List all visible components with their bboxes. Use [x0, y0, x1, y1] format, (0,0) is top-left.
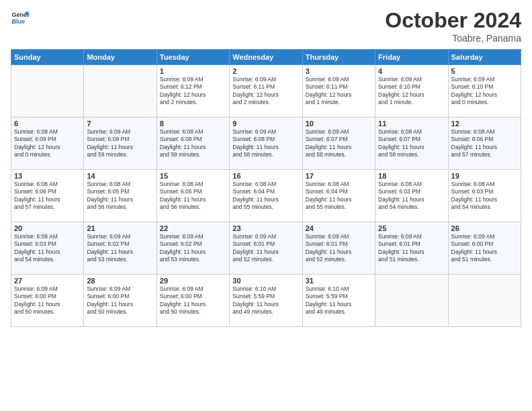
day-number: 8	[160, 120, 226, 128]
day-info: Sunrise: 6:08 AM Sunset: 6:03 PM Dayligh…	[451, 181, 518, 212]
day-number: 16	[232, 172, 299, 180]
day-info: Sunrise: 6:08 AM Sunset: 6:06 PM Dayligh…	[451, 128, 518, 159]
calendar-cell: 19Sunrise: 6:08 AM Sunset: 6:03 PM Dayli…	[448, 170, 521, 222]
day-info: Sunrise: 6:09 AM Sunset: 6:08 PM Dayligh…	[160, 128, 226, 159]
calendar-table: Sunday Monday Tuesday Wednesday Thursday…	[11, 49, 521, 327]
day-number: 6	[14, 120, 81, 128]
day-number: 15	[160, 172, 226, 180]
day-number: 26	[451, 224, 518, 232]
calendar-week-2: 13Sunrise: 6:08 AM Sunset: 6:06 PM Dayli…	[11, 170, 521, 222]
day-number: 13	[14, 172, 81, 180]
day-info: Sunrise: 6:09 AM Sunset: 6:11 PM Dayligh…	[306, 76, 372, 107]
month-title: October 2024	[385, 8, 521, 33]
day-info: Sunrise: 6:08 AM Sunset: 6:06 PM Dayligh…	[14, 181, 81, 212]
calendar-week-3: 20Sunrise: 6:09 AM Sunset: 6:03 PM Dayli…	[11, 222, 521, 275]
calendar-week-4: 27Sunrise: 6:09 AM Sunset: 6:00 PM Dayli…	[11, 275, 521, 327]
calendar-cell	[11, 65, 84, 118]
calendar-cell: 26Sunrise: 6:09 AM Sunset: 6:00 PM Dayli…	[448, 222, 521, 275]
logo: General Blue	[11, 8, 30, 27]
day-number: 2	[232, 67, 299, 75]
calendar-cell: 24Sunrise: 6:09 AM Sunset: 6:01 PM Dayli…	[302, 222, 375, 275]
day-info: Sunrise: 6:08 AM Sunset: 6:04 PM Dayligh…	[306, 181, 372, 212]
calendar-cell: 21Sunrise: 6:09 AM Sunset: 6:02 PM Dayli…	[84, 222, 157, 275]
day-number: 11	[378, 120, 445, 128]
day-info: Sunrise: 6:09 AM Sunset: 6:00 PM Dayligh…	[451, 233, 518, 264]
calendar-cell: 12Sunrise: 6:08 AM Sunset: 6:06 PM Dayli…	[448, 118, 521, 170]
calendar-page: General Blue October 2024 Toabre, Panama…	[0, 0, 532, 411]
calendar-cell: 29Sunrise: 6:09 AM Sunset: 6:00 PM Dayli…	[157, 275, 229, 327]
header: General Blue October 2024 Toabre, Panama	[11, 8, 521, 44]
calendar-cell: 15Sunrise: 6:08 AM Sunset: 6:05 PM Dayli…	[157, 170, 229, 222]
day-info: Sunrise: 6:09 AM Sunset: 6:02 PM Dayligh…	[87, 233, 153, 264]
day-info: Sunrise: 6:09 AM Sunset: 6:09 PM Dayligh…	[14, 128, 81, 159]
day-number: 29	[160, 277, 226, 285]
title-section: October 2024 Toabre, Panama	[385, 8, 521, 44]
calendar-week-1: 6Sunrise: 6:09 AM Sunset: 6:09 PM Daylig…	[11, 118, 521, 170]
calendar-cell: 27Sunrise: 6:09 AM Sunset: 6:00 PM Dayli…	[11, 275, 84, 327]
day-number: 14	[87, 172, 153, 180]
calendar-cell: 11Sunrise: 6:08 AM Sunset: 6:07 PM Dayli…	[375, 118, 448, 170]
day-info: Sunrise: 6:09 AM Sunset: 6:08 PM Dayligh…	[232, 128, 299, 159]
day-info: Sunrise: 6:09 AM Sunset: 6:00 PM Dayligh…	[87, 285, 153, 316]
col-friday: Friday	[375, 50, 448, 65]
calendar-cell	[375, 275, 448, 327]
day-info: Sunrise: 6:08 AM Sunset: 6:07 PM Dayligh…	[378, 128, 445, 159]
calendar-cell: 23Sunrise: 6:09 AM Sunset: 6:01 PM Dayli…	[230, 222, 302, 275]
calendar-cell: 31Sunrise: 6:10 AM Sunset: 5:59 PM Dayli…	[302, 275, 375, 327]
day-info: Sunrise: 6:09 AM Sunset: 6:09 PM Dayligh…	[87, 128, 153, 159]
day-info: Sunrise: 6:10 AM Sunset: 5:59 PM Dayligh…	[306, 285, 372, 316]
calendar-cell: 18Sunrise: 6:08 AM Sunset: 6:03 PM Dayli…	[375, 170, 448, 222]
day-info: Sunrise: 6:09 AM Sunset: 6:10 PM Dayligh…	[378, 76, 445, 107]
day-info: Sunrise: 6:09 AM Sunset: 6:00 PM Dayligh…	[14, 285, 81, 316]
day-info: Sunrise: 6:08 AM Sunset: 6:05 PM Dayligh…	[87, 181, 153, 212]
col-saturday: Saturday	[448, 50, 521, 65]
col-thursday: Thursday	[302, 50, 375, 65]
day-info: Sunrise: 6:09 AM Sunset: 6:07 PM Dayligh…	[306, 128, 372, 159]
day-info: Sunrise: 6:09 AM Sunset: 6:03 PM Dayligh…	[14, 233, 81, 264]
calendar-cell	[448, 275, 521, 327]
day-number: 10	[306, 120, 372, 128]
calendar-cell: 16Sunrise: 6:08 AM Sunset: 6:04 PM Dayli…	[230, 170, 302, 222]
calendar-cell: 28Sunrise: 6:09 AM Sunset: 6:00 PM Dayli…	[84, 275, 157, 327]
calendar-cell: 10Sunrise: 6:09 AM Sunset: 6:07 PM Dayli…	[302, 118, 375, 170]
calendar-cell: 13Sunrise: 6:08 AM Sunset: 6:06 PM Dayli…	[11, 170, 84, 222]
col-wednesday: Wednesday	[230, 50, 302, 65]
calendar-cell: 30Sunrise: 6:10 AM Sunset: 5:59 PM Dayli…	[230, 275, 302, 327]
day-number: 1	[160, 67, 226, 75]
day-number: 23	[232, 224, 299, 232]
calendar-cell: 4Sunrise: 6:09 AM Sunset: 6:10 PM Daylig…	[375, 65, 448, 118]
day-number: 25	[378, 224, 445, 232]
day-info: Sunrise: 6:08 AM Sunset: 6:03 PM Dayligh…	[378, 181, 445, 212]
calendar-cell: 2Sunrise: 6:09 AM Sunset: 6:11 PM Daylig…	[230, 65, 302, 118]
day-number: 20	[14, 224, 81, 232]
day-info: Sunrise: 6:09 AM Sunset: 6:02 PM Dayligh…	[160, 233, 226, 264]
calendar-cell: 6Sunrise: 6:09 AM Sunset: 6:09 PM Daylig…	[11, 118, 84, 170]
day-number: 12	[451, 120, 518, 128]
day-number: 9	[232, 120, 299, 128]
calendar-cell: 7Sunrise: 6:09 AM Sunset: 6:09 PM Daylig…	[84, 118, 157, 170]
day-number: 4	[378, 67, 445, 75]
day-info: Sunrise: 6:09 AM Sunset: 6:10 PM Dayligh…	[451, 76, 518, 107]
calendar-cell: 9Sunrise: 6:09 AM Sunset: 6:08 PM Daylig…	[230, 118, 302, 170]
day-number: 31	[306, 277, 372, 285]
calendar-cell	[84, 65, 157, 118]
col-tuesday: Tuesday	[157, 50, 229, 65]
col-sunday: Sunday	[11, 50, 84, 65]
calendar-cell: 1Sunrise: 6:09 AM Sunset: 6:12 PM Daylig…	[157, 65, 229, 118]
day-number: 7	[87, 120, 153, 128]
day-number: 24	[306, 224, 372, 232]
calendar-cell: 17Sunrise: 6:08 AM Sunset: 6:04 PM Dayli…	[302, 170, 375, 222]
calendar-cell: 25Sunrise: 6:09 AM Sunset: 6:01 PM Dayli…	[375, 222, 448, 275]
day-number: 5	[451, 67, 518, 75]
calendar-cell: 20Sunrise: 6:09 AM Sunset: 6:03 PM Dayli…	[11, 222, 84, 275]
logo-icon: General Blue	[11, 8, 30, 27]
calendar-cell: 5Sunrise: 6:09 AM Sunset: 6:10 PM Daylig…	[448, 65, 521, 118]
day-info: Sunrise: 6:09 AM Sunset: 6:01 PM Dayligh…	[378, 233, 445, 264]
calendar-cell: 22Sunrise: 6:09 AM Sunset: 6:02 PM Dayli…	[157, 222, 229, 275]
day-number: 17	[306, 172, 372, 180]
day-number: 22	[160, 224, 226, 232]
svg-text:Blue: Blue	[11, 18, 25, 25]
col-monday: Monday	[84, 50, 157, 65]
day-info: Sunrise: 6:09 AM Sunset: 6:01 PM Dayligh…	[306, 233, 372, 264]
day-number: 27	[14, 277, 81, 285]
